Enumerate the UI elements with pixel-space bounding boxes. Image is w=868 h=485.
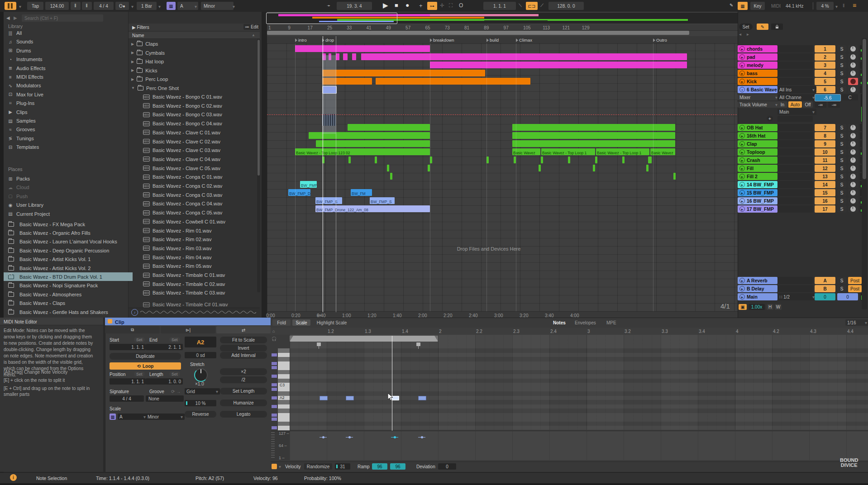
locator-drop[interactable]: drop xyxy=(322,38,334,43)
track-solo-button[interactable]: S xyxy=(837,173,846,180)
file-item[interactable]: Basic Wavez - Cowbell C 01.wav xyxy=(143,218,259,226)
time-signature-field[interactable]: 4 / 4 xyxy=(94,2,114,10)
lock-envelopes-button[interactable] xyxy=(771,24,783,30)
track-io-box[interactable] xyxy=(777,132,813,139)
track-header-15-bw_fmp[interactable]: ▶15 BW_FMP xyxy=(738,189,777,196)
track-header-kick[interactable]: ▶Kick xyxy=(738,78,777,85)
track-solo-button[interactable]: S xyxy=(837,205,846,213)
length-set-button[interactable]: Set xyxy=(169,371,180,376)
track-number-box[interactable]: 9 xyxy=(815,140,835,147)
track-header-14-bw_fmp[interactable]: ▶14 BW_FMP xyxy=(738,181,777,188)
track-io-box[interactable] xyxy=(777,165,813,172)
track-header-16th-hat[interactable]: ▶16th Hat xyxy=(738,132,777,139)
stretch-marker[interactable] xyxy=(317,342,321,346)
file-item[interactable]: Basic Wavez - Clave C 05.wav xyxy=(143,164,259,172)
track-solo-button[interactable]: S xyxy=(837,53,846,61)
grid-menu[interactable]: Grid▾ xyxy=(185,388,220,395)
file-item[interactable]: Basic Wavez - Bongo C 01.wav xyxy=(143,93,259,101)
locator-outro[interactable]: Outro xyxy=(653,38,667,43)
halve-length-button[interactable]: /2 xyxy=(220,376,267,383)
return-number-box[interactable]: A xyxy=(815,277,835,284)
next-track-icon[interactable]: ▸ xyxy=(747,32,749,37)
track-volume-field[interactable]: -5.6 xyxy=(815,94,841,101)
loop-button[interactable]: ⟲ Loop xyxy=(110,362,181,370)
file-item[interactable]: Basic Wavez - Bongo C 03.wav xyxy=(143,110,259,119)
sidebar-item-midi-effects[interactable]: ≡MIDI Effects xyxy=(7,73,124,81)
track-number-box[interactable]: 12 xyxy=(815,165,835,172)
track-io-box[interactable] xyxy=(777,157,813,164)
double-length-button[interactable]: ×2 xyxy=(220,368,267,375)
track-pan-knob[interactable] xyxy=(848,124,858,131)
track-header-ob-hat[interactable]: ▶OB Hat xyxy=(738,124,777,131)
invert-button[interactable]: Invert xyxy=(220,345,267,352)
set-length-button[interactable]: Set Length xyxy=(220,388,267,395)
main-pan-field[interactable]: 0 xyxy=(837,293,858,300)
locator-climax[interactable]: Climax xyxy=(516,38,532,43)
track-number-box[interactable]: 14 xyxy=(815,181,835,188)
clip[interactable] xyxy=(348,124,430,131)
clip[interactable]: BW_FMP_S xyxy=(315,197,342,204)
ramp-from-field[interactable]: 96 xyxy=(372,463,387,470)
track-io-box[interactable] xyxy=(777,173,813,180)
pack-item[interactable]: Basic Wavez - Nopi Signature Pack xyxy=(4,281,133,290)
track-play-icon[interactable]: ▶ xyxy=(739,286,745,291)
lane-color-chip[interactable] xyxy=(272,464,277,469)
track-solo-button[interactable]: S xyxy=(837,189,846,196)
track-solo-button[interactable]: S xyxy=(837,132,846,139)
sidebar-item-push[interactable]: ▢Push xyxy=(7,192,124,200)
detune-field[interactable]: 0 sd xyxy=(185,352,216,358)
clip[interactable] xyxy=(568,157,570,163)
sidebar-item-modulators[interactable]: ∿Modulators xyxy=(7,81,124,90)
track-play-icon[interactable]: ▶ xyxy=(739,166,745,171)
pan-knob-icon[interactable] xyxy=(850,206,856,212)
add-interval-button[interactable]: Add Interval xyxy=(220,352,267,359)
clip-scale-icon[interactable]: ▦ xyxy=(110,414,116,420)
humanize-button[interactable]: Humanize xyxy=(220,399,267,406)
main-track[interactable]: ▶Main xyxy=(738,293,777,300)
track-pan-knob[interactable] xyxy=(848,70,858,77)
track-pan-knob[interactable] xyxy=(848,205,858,213)
track-play-icon[interactable]: ▶ xyxy=(739,190,745,195)
clip[interactable] xyxy=(539,165,541,171)
clip[interactable] xyxy=(336,53,339,60)
sidebar-item-grooves[interactable]: ≈Grooves xyxy=(7,125,124,133)
track-pan-knob[interactable] xyxy=(848,197,858,204)
pack-item[interactable]: Basic Wavez - Artist Kicks Vol. 1 xyxy=(4,255,133,264)
legato-button[interactable]: Legato xyxy=(220,411,267,418)
disclosure-icon[interactable]: ▼ xyxy=(131,86,135,90)
pan-knob-icon[interactable] xyxy=(850,87,856,92)
sidebar-item-audio-effects[interactable]: ≣Audio Effects xyxy=(7,64,124,72)
key-map-button[interactable]: Key xyxy=(750,2,765,10)
scale-chevron-icon[interactable]: ▾ xyxy=(233,4,235,9)
sidebar-item-templates[interactable]: ⊟Templates xyxy=(7,143,124,151)
sidebar-item-packs[interactable]: ⊞Packs xyxy=(7,175,124,183)
track-play-icon[interactable]: ▶ xyxy=(739,125,745,130)
track-solo-button[interactable]: S xyxy=(837,45,846,52)
clip[interactable] xyxy=(512,140,675,147)
track-play-icon[interactable]: ▶ xyxy=(739,149,745,155)
tempo-field[interactable]: 124.00 xyxy=(45,2,69,10)
track-solo-button[interactable]: S xyxy=(837,62,846,69)
folder-row[interactable]: ▶Claps xyxy=(131,40,258,48)
track-input-menu[interactable]: All Ins▾ xyxy=(777,86,816,93)
editor-speaker-icon[interactable]: ⌂ xyxy=(272,329,275,333)
track-io-box[interactable] xyxy=(777,140,813,147)
clip-title-bar[interactable] xyxy=(105,318,271,325)
pan-knob-icon[interactable] xyxy=(850,54,856,60)
track-play-icon[interactable]: ▾ xyxy=(739,87,745,92)
loop-start-handle[interactable] xyxy=(290,336,293,342)
computer-midi-keyboard-button[interactable]: ▦ xyxy=(738,2,748,10)
track-number-box[interactable]: 8 xyxy=(815,132,835,139)
pan-knob-icon[interactable] xyxy=(850,157,856,163)
mixer-menu[interactable]: Mixer▾ xyxy=(738,94,779,100)
track-number-box[interactable]: 7 xyxy=(815,124,835,131)
track-header-bass[interactable]: ▶bass xyxy=(738,70,777,77)
track-pan-knob[interactable] xyxy=(848,181,858,188)
sidebar-item-instruments[interactable]: ◔Instruments xyxy=(7,55,124,63)
fold-button[interactable]: Fold xyxy=(272,319,291,326)
pan-knob-icon[interactable] xyxy=(850,125,856,130)
main-volume-field[interactable]: 0 xyxy=(815,293,835,300)
app-logo[interactable] xyxy=(5,2,16,10)
clip[interactable]: Basic Wavez - Top Loop 123 02 xyxy=(295,148,430,155)
track-pan-knob[interactable] xyxy=(848,53,858,61)
